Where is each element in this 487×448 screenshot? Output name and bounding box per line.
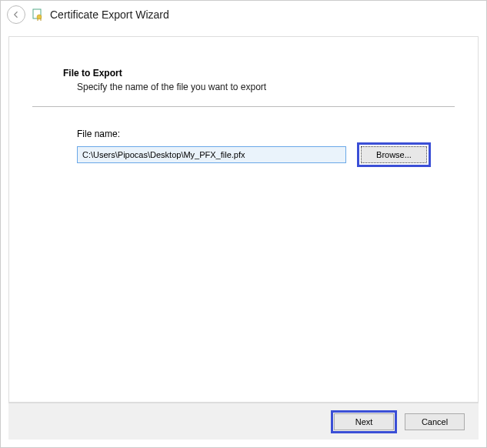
wizard-window: Certificate Export Wizard File to Export… [0, 0, 487, 448]
certificate-icon [32, 8, 44, 21]
file-input-row: Browse... [77, 142, 447, 167]
browse-highlight: Browse... [357, 142, 431, 167]
page-heading: File to Export [40, 68, 447, 79]
file-name-input[interactable] [77, 146, 346, 163]
wizard-page: File to Export Specify the name of the f… [8, 36, 479, 403]
titlebar: Certificate Export Wizard [1, 1, 486, 28]
file-name-label: File name: [77, 129, 447, 139]
cancel-button[interactable]: Cancel [405, 413, 465, 430]
back-button[interactable] [7, 5, 25, 24]
wizard-footer: Next Cancel [8, 403, 479, 440]
browse-button[interactable]: Browse... [361, 146, 427, 163]
divider [32, 106, 455, 107]
form-area: File name: Browse... [40, 129, 447, 167]
arrow-left-icon [12, 10, 21, 19]
window-title: Certificate Export Wizard [50, 8, 169, 21]
page-subheading: Specify the name of the file you want to… [40, 82, 447, 92]
content-wrapper: File to Export Specify the name of the f… [1, 28, 486, 447]
next-button[interactable]: Next [334, 413, 394, 430]
next-highlight: Next [331, 410, 397, 433]
